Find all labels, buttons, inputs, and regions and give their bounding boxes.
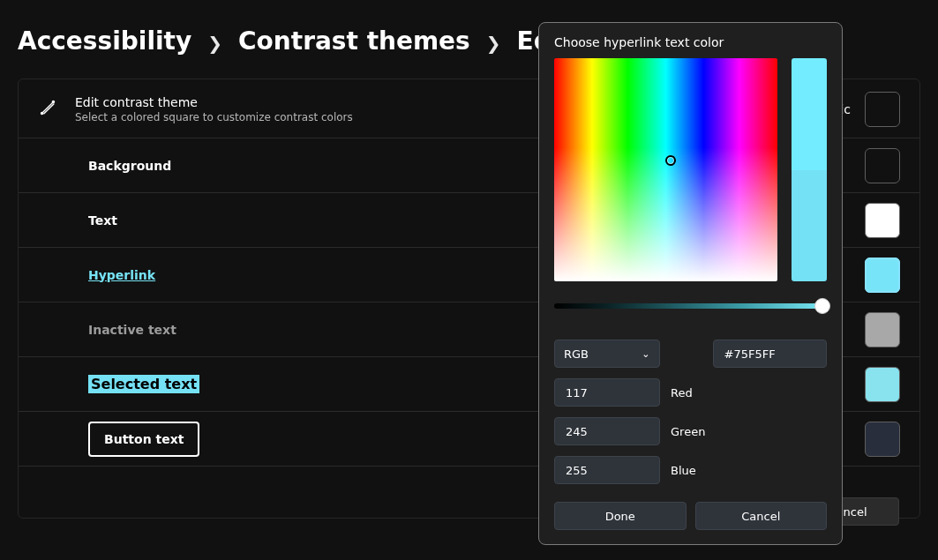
label-selected: Selected text [88, 375, 199, 393]
swatch-text[interactable] [865, 203, 900, 238]
edit-subtitle: Select a colored square to customize con… [75, 111, 353, 123]
value-slider[interactable] [554, 302, 827, 310]
palette-icon [38, 98, 57, 121]
hex-input[interactable]: #75F5FF [713, 340, 827, 368]
color-mode-select[interactable]: RGB ⌄ [554, 340, 660, 368]
edit-title: Edit contrast theme [75, 95, 353, 109]
value-track [554, 303, 819, 309]
hex-value: #75F5FF [724, 347, 776, 361]
label-hyperlink: Hyperlink [88, 268, 155, 282]
blue-value: 255 [566, 464, 588, 477]
label-text: Text [88, 213, 117, 228]
label-inactive: Inactive text [88, 323, 176, 337]
color-preview [792, 58, 827, 281]
swatch-inactive[interactable] [865, 312, 900, 347]
chevron-right-icon: ❯ [207, 33, 222, 54]
color-mode-value: RGB [564, 347, 589, 361]
breadcrumb-accessibility[interactable]: Accessibility [18, 26, 191, 56]
green-value: 245 [566, 425, 588, 438]
value-thumb[interactable] [814, 298, 830, 314]
color-picker-dialog: Choose hyperlink text color RGB ⌄ #75F5F… [538, 22, 843, 545]
sv-cursor[interactable] [665, 155, 676, 166]
breadcrumb-contrast-themes[interactable]: Contrast themes [238, 26, 470, 56]
blue-input[interactable]: 255 [554, 456, 660, 484]
label-background: Background [88, 159, 171, 173]
red-value: 117 [566, 386, 588, 399]
swatch-background[interactable] [865, 148, 900, 183]
swatch-button[interactable] [865, 422, 900, 457]
green-label: Green [671, 425, 705, 438]
picker-title: Choose hyperlink text color [554, 35, 827, 49]
red-label: Red [671, 386, 693, 399]
preview-new [792, 170, 827, 282]
theme-thumbnail[interactable] [865, 92, 900, 127]
preview-old [792, 58, 827, 170]
saturation-value-area[interactable] [554, 58, 777, 281]
chevron-right-icon: ❯ [486, 33, 501, 54]
green-input[interactable]: 245 [554, 417, 660, 445]
done-button[interactable]: Done [554, 502, 687, 530]
blue-label: Blue [671, 464, 696, 477]
cancel-button[interactable]: Cancel [695, 502, 828, 530]
chevron-down-icon: ⌄ [642, 348, 649, 360]
swatch-hyperlink[interactable] [865, 258, 900, 293]
swatch-selected[interactable] [865, 367, 900, 402]
red-input[interactable]: 117 [554, 378, 660, 407]
label-button-text: Button text [88, 422, 199, 457]
